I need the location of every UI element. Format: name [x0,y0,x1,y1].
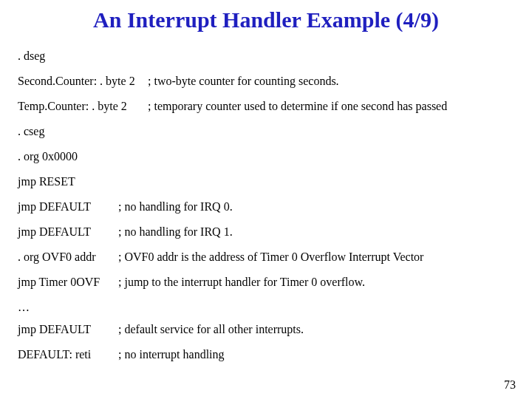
code-comment: ; temporary counter used to determine if… [148,100,520,112]
code-line-dseg: . dseg [18,50,520,62]
slide-title: An Interrupt Handler Example (4/9) [0,7,532,33]
code-line-jmp-timer0ovf: jmp Timer 0OVF ; jump to the interrupt h… [18,276,520,288]
code-comment: ; no interrupt handling [118,349,520,361]
code-text: . dseg [18,50,45,62]
code-instr: jmp DEFAULT [18,201,118,213]
code-decl: Second.Counter: . byte 2 [18,75,148,87]
code-comment: ; no handling for IRQ 0. [118,201,520,213]
code-line-org-ovf0: . org OVF0 addr ; OVF0 addr is the addre… [18,251,520,263]
code-comment: ; default service for all other interrup… [118,324,520,335]
page-number: 73 [504,378,516,392]
code-text: jmp RESET [18,176,75,188]
code-instr: jmp DEFAULT [18,226,118,238]
slide: An Interrupt Handler Example (4/9) . dse… [0,0,532,399]
code-instr: jmp Timer 0OVF [18,276,118,288]
code-instr: . org OVF0 addr [18,251,118,263]
code-line-org0: . org 0x0000 [18,151,520,163]
code-instr: jmp DEFAULT [18,324,118,335]
code-instr: DEFAULT: reti [18,349,118,361]
code-decl: Temp.Counter: . byte 2 [18,100,148,112]
code-line-temp-counter: Temp.Counter: . byte 2 ; temporary count… [18,100,520,112]
code-comment: ; jump to the interrupt handler for Time… [118,276,520,288]
code-line-default-reti: DEFAULT: reti ; no interrupt handling [18,349,520,361]
code-line-second-counter: Second.Counter: . byte 2 ; two-byte coun… [18,75,520,87]
code-line-jmp-default-all: jmp DEFAULT ; default service for all ot… [18,324,520,335]
code-comment: ; OVF0 addr is the address of Timer 0 Ov… [118,251,520,263]
slide-body: . dseg Second.Counter: . byte 2 ; two-by… [18,50,520,374]
code-comment: ; no handling for IRQ 1. [118,226,520,238]
ellipsis: … [18,301,30,313]
code-line-jmp-reset: jmp RESET [18,176,520,188]
code-line-cseg: . cseg [18,126,520,137]
code-text: . org 0x0000 [18,151,78,163]
code-text: . cseg [18,126,44,137]
code-line-ellipsis: … [18,301,520,313]
code-line-jmp-default-irq1: jmp DEFAULT ; no handling for IRQ 1. [18,226,520,238]
code-line-jmp-default-irq0: jmp DEFAULT ; no handling for IRQ 0. [18,201,520,213]
code-comment: ; two-byte counter for counting seconds. [148,75,520,87]
